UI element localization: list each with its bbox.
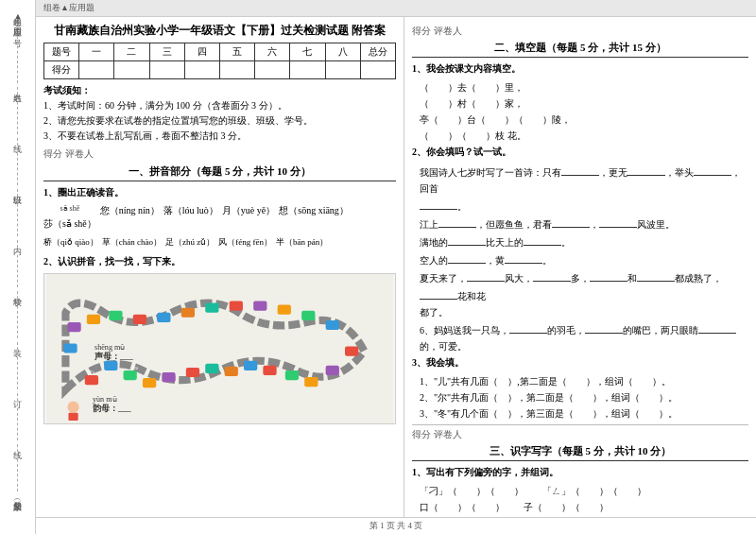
score-cell-6 <box>255 61 290 79</box>
margin-dotted-line-6 <box>17 291 18 338</box>
section2-q3-lines: 1、"儿"共有几面（ ）,第二面是（ ），组词（ ）。 2、"尔"共有几面（ ）… <box>420 373 748 422</box>
page-footer: 第 1 页 共 4 页 <box>36 517 756 534</box>
s3-q1-line-1: 「刁」（ ）（ ） 「ㄥ」（ ）（ ） <box>420 483 748 499</box>
table-header-6: 六 <box>255 43 290 61</box>
section1-header: 一、拼音部分（每题 5 分，共计 10 分） <box>43 164 396 181</box>
q2-line-3: 江上，但愿鱼鱼，君看，风波里。 <box>420 215 748 233</box>
section2-q2-title: 2、你会填吗？试一试。 <box>412 144 748 161</box>
svg-rect-27 <box>63 343 77 353</box>
notice-section: 考试须知： 1、考试时间：60 分钟，满分为 100 分（含卷面分 3 分）。 … <box>43 83 396 144</box>
section2-q2-lines: 我国诗人七岁时写了一首诗：只有，更无，举头，回首 。 江上，但愿鱼鱼，君看，风波… <box>420 163 748 354</box>
svg-text:shēng mǔ: shēng mǔ <box>94 342 125 351</box>
section3-score-reviewer: 得分 评卷人 <box>412 428 748 441</box>
section2-q1-lines: （ ）去（ ）里， （ ）村（ ）家， 亭（ ）台（ ）（ ）陵， （ ）（ ）… <box>420 79 748 144</box>
notice-item-2: 2、请您先按要求在试卷的指定位置填写您的班级、班级、学号。 <box>43 113 396 129</box>
table-header-5: 五 <box>219 43 254 61</box>
pinyin-item-5: 想（sōng xiāng） <box>279 202 349 233</box>
score-cell-7 <box>290 61 325 79</box>
margin-dotted-line-8 <box>17 393 18 440</box>
pinyin-item-6: 桥（qiǒ qiào） <box>43 234 98 250</box>
section2-q1-title: 1、我会按课文内容填空。 <box>412 60 748 78</box>
svg-rect-12 <box>304 377 318 387</box>
pinyin-item-9: 风（féng fēn） <box>218 234 272 250</box>
svg-text:声母：___: 声母：___ <box>94 351 133 360</box>
left-margin: 组卷▲应用题 号 姓名 线 班级 内 学校 装 订 线 父亲（相册） <box>0 0 36 534</box>
section3-header: 三、识字写字（每题 5 分，共计 10 分） <box>412 444 748 461</box>
svg-rect-23 <box>133 314 146 323</box>
s3-q1-line-2: 口（ ）（ ） 子（ ）（ ） <box>420 499 748 515</box>
divider-1 <box>412 424 748 425</box>
table-header-4: 四 <box>184 43 219 61</box>
top-bar: 组卷▲应用题 <box>36 0 756 17</box>
table-header-7: 七 <box>290 43 325 61</box>
margin-label-top: 组卷▲应用题 <box>11 11 24 21</box>
q3-line-3: 3、"冬"有几个面（ ），第三面是（ ），组词（ ）。 <box>420 405 748 422</box>
q2-line-4: 满地的比天上的。 <box>420 233 748 250</box>
q2-line-2: 。 <box>420 197 748 215</box>
margin-dotted-line-2 <box>17 87 18 134</box>
fill-line-4: （ ）（ ）枝 花。 <box>420 128 748 144</box>
pinyin-item-3: 落（lóu luò） <box>163 202 218 233</box>
notice-title: 考试须知： <box>43 83 396 98</box>
q2-line-6: 夏天来了，风大，多，和都成熟了，花和花 <box>420 268 748 304</box>
right-column: 得分 评卷人 二、填空题（每题 5 分，共计 15 分） 1、我会按课文内容填空… <box>404 17 756 517</box>
svg-rect-8 <box>225 366 238 375</box>
q2-line-1: 我国诗人七岁时写了一首诗：只有，更无，举头，回首 <box>420 163 748 197</box>
fill-line-3: 亭（ ）台（ ）（ ）陵， <box>420 112 748 128</box>
svg-rect-19 <box>230 301 243 310</box>
svg-rect-24 <box>109 310 122 319</box>
score-cell-3 <box>149 61 184 79</box>
svg-rect-3 <box>124 370 137 380</box>
svg-rect-25 <box>87 314 100 323</box>
notice-item-3: 3、不要在试卷上乱写乱画，卷面不整洁扣 3 分。 <box>43 129 396 144</box>
score-cell-1 <box>79 61 114 79</box>
svg-rect-5 <box>162 372 175 382</box>
score-table: 题号 一 二 三 四 五 六 七 八 总分 得分 <box>43 43 396 79</box>
svg-rect-4 <box>143 378 156 388</box>
pinyin-item-1: sǎ shě 莎（sǎ shě） <box>43 202 96 233</box>
svg-point-34 <box>67 401 78 412</box>
svg-rect-1 <box>85 375 98 385</box>
score-cell-8 <box>325 61 360 79</box>
svg-rect-16 <box>301 310 315 319</box>
svg-text:Tea: Tea <box>131 364 139 370</box>
svg-rect-22 <box>157 312 170 321</box>
q2-line-8: 6、妈妈送我一只鸟，的羽毛，的嘴巴，两只眼睛的，可爱。 <box>420 320 748 354</box>
table-header-8: 八 <box>325 43 360 61</box>
fill-line-2: （ ）村（ ）家， <box>420 95 748 112</box>
svg-rect-15 <box>326 320 339 330</box>
svg-rect-20 <box>205 302 218 312</box>
score-cell-5 <box>219 61 254 79</box>
svg-rect-21 <box>181 307 195 317</box>
svg-rect-11 <box>285 370 299 380</box>
svg-rect-9 <box>244 360 257 370</box>
table-header-total: 总分 <box>360 43 395 61</box>
pinyin-item-2: 您（níng nín） <box>100 202 160 233</box>
q2-line-7: 都了。 <box>420 304 748 320</box>
margin-dotted-line-3 <box>17 138 18 185</box>
score-cell-2 <box>114 61 149 79</box>
q2-line-5: 空人的，黄。 <box>420 250 748 268</box>
q3-line-1: 1、"儿"共有几面（ ）,第二面是（ ），组词（ ）。 <box>420 373 748 389</box>
section3-q1-lines: 「刁」（ ）（ ） 「ㄥ」（ ）（ ） 口（ ）（ ） 子（ ）（ ） <box>420 483 748 515</box>
section3-content: 1、写出有下列偏旁的字，并组词。 「刁」（ ）（ ） 「ㄥ」（ ）（ ） 口（ … <box>412 464 748 517</box>
score-cell-total <box>360 61 395 79</box>
section1-q2: 2、认识拼音，找一找，写下来。 <box>43 253 396 269</box>
svg-rect-18 <box>253 301 266 310</box>
train-image: TEa Tea shēng mǔ 声母：___ yùn mǔ 韵母：___ <box>43 273 396 424</box>
section3-q1-title: 1、写出有下列偏旁的字，并组词。 <box>412 464 748 481</box>
q3-line-2: 2、"尔"共有几面（ ），第二面是（ ），组词（ ）。 <box>420 389 748 405</box>
section2-q3-title: 3、我会填。 <box>412 354 748 371</box>
section2-score-reviewer: 得分 评卷人 <box>412 25 748 38</box>
section1-q2-title: 2、认识拼音，找一找，写下来。 <box>43 253 396 269</box>
pinyin-row-2: 桥（qiǒ qiào） 草（chán chào） 足（zhú zǔ） 风（fén… <box>43 234 396 250</box>
pinyin-item-4: 月（yuè yě） <box>222 202 275 233</box>
svg-rect-2 <box>104 360 117 370</box>
margin-dotted-line-1 <box>17 36 18 83</box>
pinyin-item-10: 半（bān pán） <box>276 234 328 250</box>
main-content: 组卷▲应用题 甘南藏族自治州实验小学一年级语文【下册】过关检测试题 附答案 题号… <box>36 0 756 534</box>
svg-rect-26 <box>67 322 80 332</box>
pinyin-row-1: sǎ shě 莎（sǎ shě） 您（níng nín） 落（lóu luò） … <box>43 202 396 233</box>
section2-header: 二、填空题（每题 5 分，共计 15 分） <box>412 41 748 58</box>
table-header-1: 一 <box>79 43 114 61</box>
